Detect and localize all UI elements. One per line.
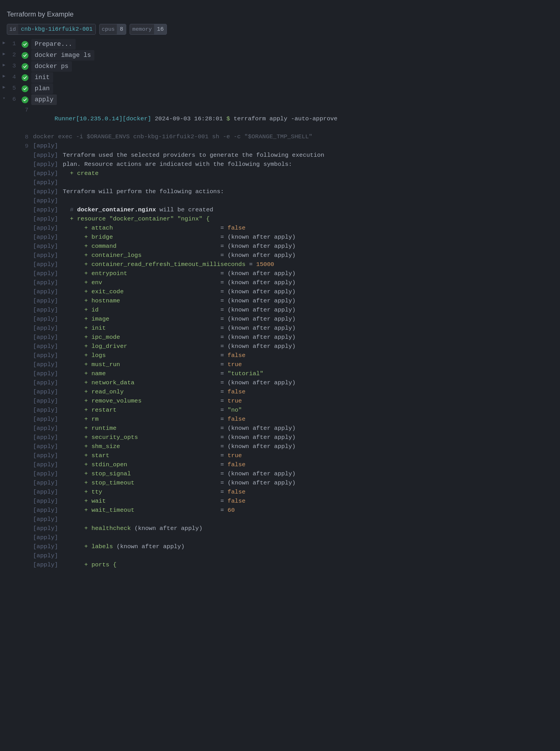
- log-line-attr-stop-signal: [apply] + stop_signal = (known after app…: [0, 469, 560, 479]
- line-attr-tty: [apply] + tty = false: [33, 487, 553, 497]
- step-row-5[interactable]: ▶ 5 plan: [0, 83, 560, 94]
- line-attr-bridge: [apply] + bridge = (known after apply): [33, 233, 553, 242]
- line-apply-7: [apply] # docker_container.nginx will be…: [33, 205, 553, 214]
- step-label-4: init: [31, 72, 53, 83]
- line-attr-crtm: [apply] + container_read_refresh_timeout…: [33, 260, 553, 269]
- log-line-attr-command: [apply] + command = (known after apply): [0, 242, 560, 251]
- line-healthcheck: [apply] + healthcheck (known after apply…: [33, 524, 553, 533]
- step-row-3[interactable]: ▶ 3 docker ps: [0, 61, 560, 72]
- line-apply-5: [apply] Terraform will perform the follo…: [33, 187, 553, 196]
- step-content-6: apply: [20, 94, 560, 105]
- step-label-1: Prepare...: [31, 39, 76, 50]
- step-content-5: plan: [20, 83, 560, 94]
- step-row-4[interactable]: ▶ 4 init: [0, 72, 560, 83]
- log-line-attr-log-driver: [apply] + log_driver = (known after appl…: [0, 342, 560, 351]
- step-toggle-1[interactable]: ▶: [0, 39, 8, 46]
- log-line-attr-logs: [apply] + logs = false: [0, 351, 560, 360]
- badge-cpus-value: 8: [117, 24, 126, 34]
- step-icon-6: [22, 96, 28, 103]
- log-line-attr-init: [apply] + init = (known after apply): [0, 324, 560, 333]
- line-attr-ipc-mode: [apply] + ipc_mode = (known after apply): [33, 333, 553, 342]
- step-num-4: 4: [8, 72, 20, 82]
- badge-memory: memory 16: [129, 24, 166, 35]
- step-toggle-4[interactable]: ▶: [0, 72, 8, 80]
- step-label-5: plan: [31, 83, 53, 94]
- log-line-attr-tty: [apply] + tty = false: [0, 487, 560, 497]
- log-line-attr-shm-size: [apply] + shm_size = (known after apply): [0, 442, 560, 451]
- log-line-attr-must-run: [apply] + must_run = true: [0, 360, 560, 369]
- step-content-2: docker image ls: [20, 50, 560, 61]
- step-toggle-6[interactable]: ▾: [0, 94, 8, 102]
- step-row-6[interactable]: ▾ 6 apply: [0, 94, 560, 105]
- badge-id-label: id: [7, 24, 18, 34]
- step-icon-4: [22, 74, 28, 81]
- line-attr-name: [apply] + name = "tutorial": [33, 369, 553, 378]
- step-icon-5: [22, 85, 28, 92]
- line-attr-env: [apply] + env = (known after apply): [33, 278, 553, 287]
- line-attr-stop-timeout: [apply] + stop_timeout = (known after ap…: [33, 479, 553, 487]
- line-attr-exit-code: [apply] + exit_code = (known after apply…: [33, 287, 553, 296]
- log-line-attr-container-logs: [apply] + container_logs = (known after …: [0, 251, 560, 260]
- log-line-attr-hostname: [apply] + hostname = (known after apply): [0, 296, 560, 306]
- step-label-3: docker ps: [31, 61, 72, 72]
- log-line-apply-4: [apply]: [0, 178, 560, 187]
- line-attr-runtime: [apply] + runtime = (known after apply): [33, 424, 553, 433]
- log-line-attr-attach: [apply] + attach = false: [0, 224, 560, 233]
- step-row-2[interactable]: ▶ 2 docker image ls: [0, 50, 560, 61]
- line-num-9: 9: [20, 141, 33, 151]
- line-labels: [apply] + labels (known after apply): [33, 542, 553, 551]
- line-content-9: [apply]: [33, 141, 553, 151]
- line-num-7: 7: [20, 105, 33, 115]
- line-attr-security-opts: [apply] + security_opts = (known after a…: [33, 433, 553, 442]
- line-attr-init: [apply] + init = (known after apply): [33, 324, 553, 333]
- badge-id-value: cnb-kbg-1i6rfuik2-001: [18, 24, 96, 34]
- step-num-5: 5: [8, 83, 20, 93]
- step-row-1[interactable]: ▶ 1 Prepare...: [0, 39, 560, 50]
- log-line-apply-2: [apply] plan. Resource actions are indic…: [0, 160, 560, 169]
- log-line-attr-security-opts: [apply] + security_opts = (known after a…: [0, 433, 560, 442]
- line-attr-image: [apply] + image = (known after apply): [33, 315, 553, 324]
- line-attr-entrypoint: [apply] + entrypoint = (known after appl…: [33, 269, 553, 278]
- log-line-attr-rm: [apply] + rm = false: [0, 415, 560, 424]
- step-icon-3: [22, 63, 28, 70]
- badge-memory-value: 16: [154, 24, 166, 34]
- line-attr-stop-signal: [apply] + stop_signal = (known after app…: [33, 469, 553, 479]
- log-line-attr-crtm: [apply] + container_read_refresh_timeout…: [0, 260, 560, 269]
- log-line-attr-bridge: [apply] + bridge = (known after apply): [0, 233, 560, 242]
- step-toggle-5[interactable]: ▶: [0, 83, 8, 91]
- step-icon-1: [22, 41, 28, 48]
- line-attr-container-logs: [apply] + container_logs = (known after …: [33, 251, 553, 260]
- line-attr-must-run: [apply] + must_run = true: [33, 360, 553, 369]
- log-line-8: 8 docker exec -i $ORANGE_ENVS cnb-kbg-1i…: [0, 132, 560, 142]
- log-line-attr-remove-volumes: [apply] + remove_volumes = true: [0, 397, 560, 406]
- line-content-7: Runner[10.235.0.14][docker] 2024-09-03 1…: [33, 105, 553, 132]
- log-line-apply-6: [apply]: [0, 196, 560, 205]
- line-apply-1: [apply] Terraform used the selected prov…: [33, 151, 553, 160]
- step-num-1: 1: [8, 39, 20, 49]
- step-content-4: init: [20, 72, 560, 83]
- step-content-3: docker ps: [20, 61, 560, 72]
- log-container: ▶ 1 Prepare... ▶ 2 docker image ls ▶ 3: [0, 39, 560, 570]
- log-line-attr-stop-timeout: [apply] + stop_timeout = (known after ap…: [0, 479, 560, 487]
- line-attr-command: [apply] + command = (known after apply): [33, 242, 553, 251]
- line-content-8: docker exec -i $ORANGE_ENVS cnb-kbg-1i6r…: [33, 132, 553, 141]
- line-attr-remove-volumes: [apply] + remove_volumes = true: [33, 397, 553, 406]
- page-title: Terraform by Example: [7, 10, 74, 18]
- line-attr-attach: [apply] + attach = false: [33, 224, 553, 233]
- log-line-empty-1: [apply]: [0, 515, 560, 524]
- log-line-apply-3: [apply] + create: [0, 169, 560, 178]
- log-line-attr-image: [apply] + image = (known after apply): [0, 315, 560, 324]
- line-ports: [apply] + ports {: [33, 560, 553, 570]
- step-num-6: 6: [8, 94, 20, 104]
- log-line-attr-restart: [apply] + restart = "no": [0, 406, 560, 415]
- log-line-attr-network-data: [apply] + network_data = (known after ap…: [0, 378, 560, 387]
- title-bar: Terraform by Example id cnb-kbg-1i6rfuik…: [0, 6, 560, 39]
- step-toggle-2[interactable]: ▶: [0, 50, 8, 57]
- step-num-2: 2: [8, 50, 20, 59]
- log-line-attr-env: [apply] + env = (known after apply): [0, 278, 560, 287]
- line-attr-hostname: [apply] + hostname = (known after apply): [33, 296, 553, 306]
- line-attr-read-only: [apply] + read_only = false: [33, 387, 553, 397]
- log-line-attr-id: [apply] + id = (known after apply): [0, 306, 560, 315]
- step-toggle-3[interactable]: ▶: [0, 61, 8, 69]
- line-empty-2: [apply]: [33, 533, 553, 542]
